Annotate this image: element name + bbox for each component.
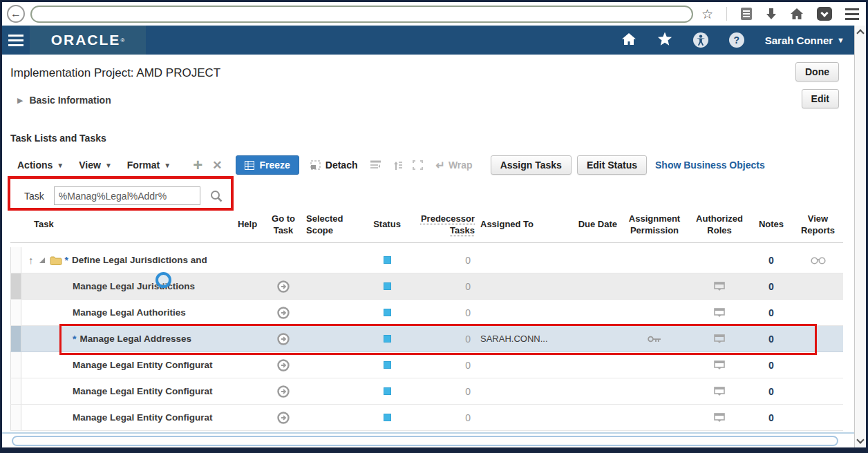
notes-count[interactable]: 0 bbox=[750, 386, 793, 397]
user-menu[interactable]: Sarah Conner ▼ bbox=[765, 35, 845, 46]
freeze-button[interactable]: Freeze bbox=[236, 155, 299, 175]
col-notes[interactable]: Notes bbox=[750, 215, 793, 235]
done-button[interactable]: Done bbox=[795, 62, 839, 81]
col-predecessor-tasks[interactable]: Predecessor Tasks bbox=[408, 209, 478, 241]
assignment-permission-key-icon bbox=[620, 336, 689, 343]
authorized-roles-icon[interactable] bbox=[689, 282, 750, 291]
col-authorized-roles[interactable]: Authorized Roles bbox=[689, 209, 750, 241]
search-icon[interactable] bbox=[210, 190, 223, 202]
table-header-row: Task Help Go to Task Selected Scope Stat… bbox=[10, 207, 843, 243]
browser-url-input[interactable] bbox=[30, 6, 693, 23]
predecessor-count: 0 bbox=[408, 255, 478, 266]
notes-count[interactable]: 0 bbox=[750, 412, 793, 423]
show-business-objects-link[interactable]: Show Business Objects bbox=[655, 160, 765, 171]
page-area: ORACLE® ? Sarah Conner ▼ Implementation … bbox=[2, 26, 854, 447]
notes-count[interactable]: 0 bbox=[750, 334, 793, 345]
go-to-task-icon[interactable] bbox=[263, 412, 303, 424]
table-row[interactable]: ↑ * Define Legal Jurisdictions and 0 0 bbox=[10, 247, 843, 273]
col-assignment-permission[interactable]: Assignment Permission bbox=[620, 209, 689, 241]
scroll-down-arrow-icon[interactable] bbox=[856, 436, 864, 443]
scroll-up-arrow-icon[interactable] bbox=[856, 29, 864, 37]
notes-count[interactable]: 0 bbox=[750, 360, 793, 371]
expand-node-icon bbox=[413, 160, 423, 170]
notes-count[interactable]: 0 bbox=[750, 307, 793, 318]
navigator-menu-icon[interactable] bbox=[8, 35, 23, 46]
bookmark-star-icon[interactable]: ☆ bbox=[701, 8, 713, 21]
favorites-star-icon[interactable] bbox=[657, 32, 672, 49]
pocket-icon[interactable] bbox=[817, 7, 832, 21]
table-bottom-border bbox=[2, 432, 854, 434]
detach-button[interactable]: Detach bbox=[310, 160, 358, 171]
edit-status-button[interactable]: Edit Status bbox=[577, 155, 647, 175]
assign-tasks-button[interactable]: Assign Tasks bbox=[491, 155, 572, 175]
authorized-roles-icon[interactable] bbox=[689, 413, 750, 423]
chevron-down-icon: ▼ bbox=[837, 36, 845, 44]
col-assigned-to[interactable]: Assigned To bbox=[478, 215, 559, 235]
col-view-reports[interactable]: View Reports bbox=[793, 209, 843, 241]
status-icon bbox=[384, 335, 391, 343]
edit-button[interactable]: Edit bbox=[802, 89, 839, 108]
table-row[interactable]: Manage Legal Entity Configurat 0 0 bbox=[10, 378, 843, 405]
move-up-icon[interactable]: ↑ bbox=[28, 254, 34, 266]
task-label: Define Legal Jurisdictions and bbox=[72, 255, 207, 265]
format-menu[interactable]: Format▼ bbox=[127, 160, 171, 171]
task-label: Manage Legal Addresses bbox=[79, 334, 191, 344]
table-row[interactable]: Manage Legal Authorities 0 0 bbox=[10, 300, 843, 326]
task-lists-section-title: Task Lists and Tasks bbox=[10, 133, 106, 144]
table-row[interactable]: Manage Legal Jurisdictions 0 0 bbox=[10, 273, 843, 300]
view-reports-icon[interactable] bbox=[793, 256, 843, 264]
col-task[interactable]: Task bbox=[21, 215, 232, 235]
home-icon[interactable] bbox=[621, 32, 636, 48]
view-menu[interactable]: View▼ bbox=[79, 160, 112, 171]
table-row[interactable]: Manage Legal Entity Configurat 0 0 bbox=[10, 405, 843, 431]
browser-back-button[interactable]: ← bbox=[7, 5, 25, 23]
col-due-date[interactable]: Due Date bbox=[559, 215, 620, 235]
authorized-roles-icon[interactable] bbox=[689, 308, 750, 318]
notes-count[interactable]: 0 bbox=[750, 255, 793, 266]
scroll-up-icon bbox=[391, 160, 403, 171]
table-row-selected[interactable]: * Manage Legal Addresses 0 SARAH.CONN... bbox=[10, 326, 843, 352]
authorized-roles-icon[interactable] bbox=[689, 360, 750, 370]
folder-icon bbox=[50, 256, 62, 265]
browser-toolbar: ← ☆ bbox=[2, 2, 866, 26]
table-row[interactable]: Manage Legal Entity Configurat 0 0 bbox=[10, 352, 843, 378]
go-to-task-icon[interactable] bbox=[263, 385, 303, 398]
status-icon bbox=[384, 361, 391, 369]
actions-menu[interactable]: Actions▼ bbox=[17, 160, 64, 171]
col-help[interactable]: Help bbox=[232, 215, 263, 235]
vertical-scrollbar[interactable] bbox=[854, 26, 866, 447]
authorized-roles-icon[interactable] bbox=[689, 334, 750, 344]
horizontal-scrollbar[interactable] bbox=[12, 436, 838, 446]
reading-list-icon[interactable] bbox=[740, 7, 753, 21]
collapse-triangle-icon[interactable] bbox=[39, 258, 45, 263]
col-status[interactable]: Status bbox=[366, 215, 408, 235]
expand-triangle-icon: ▶ bbox=[17, 96, 23, 105]
status-icon bbox=[384, 414, 391, 421]
row-header-gutter bbox=[10, 273, 21, 299]
oracle-logo: ORACLE® bbox=[30, 26, 146, 55]
col-go-to-task[interactable]: Go to Task bbox=[263, 209, 303, 241]
basic-information-expander[interactable]: ▶ Basic Information bbox=[17, 95, 111, 106]
basic-information-label: Basic Information bbox=[29, 95, 111, 106]
authorized-roles-icon[interactable] bbox=[689, 387, 750, 396]
task-search-row: Task bbox=[24, 186, 223, 205]
chevron-down-icon: ▼ bbox=[105, 162, 112, 169]
go-to-task-icon[interactable] bbox=[263, 307, 303, 319]
go-to-task-icon[interactable] bbox=[263, 333, 303, 345]
col-selected-scope[interactable]: Selected Scope bbox=[303, 209, 366, 241]
go-to-task-icon[interactable] bbox=[263, 359, 303, 372]
downloads-icon[interactable] bbox=[766, 8, 777, 20]
browser-home-icon[interactable] bbox=[790, 8, 804, 20]
add-icon[interactable]: + bbox=[193, 157, 202, 173]
detach-icon bbox=[310, 160, 321, 170]
page-title: Implementation Project: AMD PROJECT bbox=[10, 66, 220, 80]
delete-icon[interactable]: ✕ bbox=[212, 158, 222, 173]
task-search-input[interactable] bbox=[54, 186, 200, 205]
help-icon[interactable]: ? bbox=[729, 32, 744, 48]
accessibility-icon[interactable] bbox=[693, 32, 708, 48]
go-to-task-icon[interactable] bbox=[263, 280, 303, 293]
notes-count[interactable]: 0 bbox=[750, 281, 793, 292]
browser-menu-icon[interactable] bbox=[845, 8, 859, 20]
predecessor-count: 0 bbox=[408, 412, 478, 423]
freeze-grid-icon bbox=[245, 161, 254, 170]
